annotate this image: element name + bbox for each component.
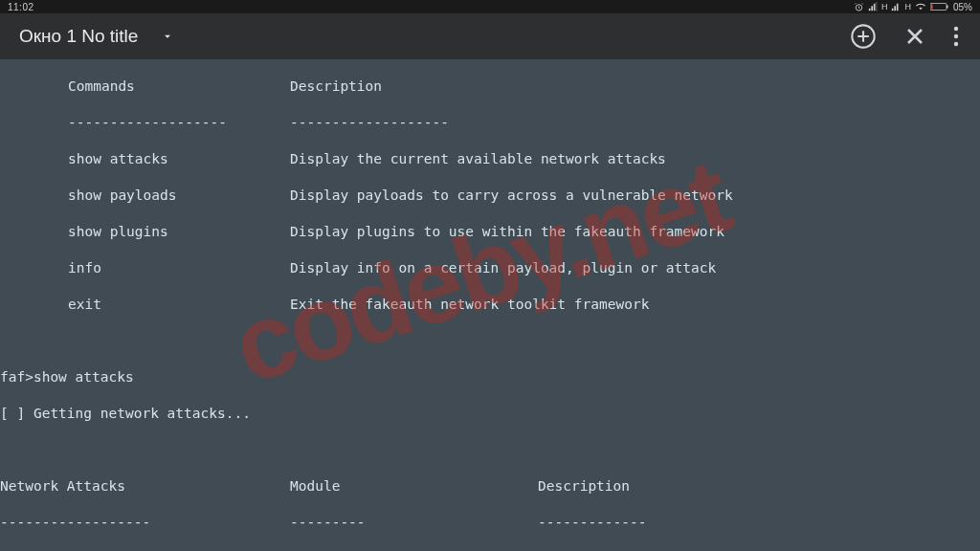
app-toolbar: Окно 1 No title (0, 13, 980, 59)
svg-point-5 (954, 27, 958, 31)
terminal-output[interactable]: CommandsDescription --------------------… (0, 59, 980, 551)
svg-rect-3 (931, 5, 933, 10)
status-time: 11:02 (8, 2, 34, 12)
cmd-name: show attacks (68, 150, 290, 168)
status-network-label: H (881, 2, 888, 11)
cmd-name: info (68, 259, 290, 277)
divider: ------------------- (290, 114, 449, 132)
cmd-name: show plugins (68, 223, 290, 241)
battery-icon (930, 2, 949, 11)
status-network-label-2: H (904, 2, 911, 11)
cmd-desc: Display the current available network at… (290, 150, 666, 168)
add-button[interactable] (850, 23, 877, 50)
svg-rect-2 (947, 6, 948, 9)
tab-title-label: Окно 1 No title (19, 26, 138, 47)
chevron-down-icon (161, 30, 174, 43)
signal-icon (868, 2, 878, 11)
tab-selector[interactable]: Окно 1 No title (8, 26, 174, 47)
alarm-icon (854, 2, 864, 12)
divider: ------------------- (68, 114, 290, 132)
close-button[interactable] (903, 25, 926, 48)
prompt-line: faf>show attacks (0, 368, 134, 386)
wifi-icon (915, 2, 926, 11)
cmd-name: show payloads (68, 187, 290, 205)
header-module: Module (290, 477, 538, 496)
header-attacks: Network Attacks (0, 477, 290, 496)
cmd-desc: Display plugins to use within the fakeau… (290, 223, 724, 241)
divider: ------------------ (0, 514, 290, 532)
divider: --------- (290, 514, 538, 532)
cmd-desc: Display info on a certain payload, plugi… (290, 259, 716, 277)
more-menu-icon[interactable] (953, 25, 959, 48)
header-desc: Description (538, 477, 630, 496)
cmd-desc: Display payloads to carry across a vulne… (290, 187, 733, 205)
divider: ------------- (538, 514, 647, 532)
cmd-desc: Exit the fakeauth network toolkit framew… (290, 296, 649, 314)
svg-point-6 (954, 34, 958, 38)
cmd-name: exit (68, 296, 290, 314)
svg-rect-1 (930, 4, 947, 11)
header-description: Description (290, 77, 382, 96)
status-battery: 05% (953, 2, 972, 12)
svg-point-7 (954, 42, 958, 46)
signal-icon-2 (891, 2, 901, 11)
android-status-bar: 11:02 H H 05% (0, 0, 980, 13)
header-commands: Commands (68, 77, 290, 96)
status-right-icons: H H 05% (854, 2, 972, 12)
status-line: [ ] Getting network attacks... (0, 405, 251, 423)
